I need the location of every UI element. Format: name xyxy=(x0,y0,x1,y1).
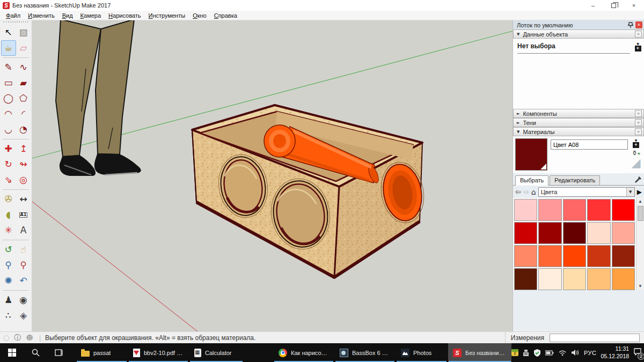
color-swatch-19[interactable] xyxy=(587,268,610,290)
color-swatch-4[interactable] xyxy=(587,199,610,221)
circle-tool[interactable]: ◯ xyxy=(1,91,16,106)
color-swatch-14[interactable] xyxy=(587,245,610,267)
select-tool[interactable]: ↖ xyxy=(1,25,16,40)
secondary-pane-icon[interactable]: ▼+ xyxy=(633,138,640,148)
warning-tray-icon[interactable]: ! xyxy=(511,349,518,356)
color-swatch-6[interactable] xyxy=(514,222,537,244)
color-swatch-1[interactable] xyxy=(514,199,537,221)
dropdown-arrow-icon[interactable]: ▼ xyxy=(626,188,634,196)
color-swatch-16[interactable] xyxy=(514,268,537,290)
axes-tool[interactable]: ✳ xyxy=(1,223,16,238)
polygon-tool[interactable]: ⬠ xyxy=(16,91,31,106)
make-component-tool[interactable]: ▧ xyxy=(16,25,31,40)
taskbar-app-sketchup[interactable]: Без названия ... xyxy=(448,343,511,362)
language-indicator[interactable]: РУС xyxy=(584,350,597,356)
toolbar-drag-handle[interactable] xyxy=(3,21,28,24)
three-point-arc-tool[interactable]: ◡ xyxy=(1,122,16,137)
toggle-details-icon[interactable]: ▼+ xyxy=(634,42,641,51)
menu-item-Нарисовать[interactable]: Нарисовать xyxy=(105,12,144,19)
zoom-extents-tool[interactable]: ✺ xyxy=(1,273,16,289)
info-icon[interactable]: ⓘ xyxy=(14,333,21,343)
follow-me-tool[interactable]: ↬ xyxy=(16,157,31,172)
zoom-window-tool[interactable]: ⚲ xyxy=(16,257,31,273)
arc-tool[interactable]: ◜ xyxy=(16,106,31,122)
color-swatch-5[interactable] xyxy=(612,199,635,221)
menu-item-Камера[interactable]: Камера xyxy=(77,12,105,19)
color-swatch-13[interactable] xyxy=(563,245,586,267)
rectangle-tool[interactable]: ▭ xyxy=(1,75,16,91)
home-icon[interactable]: ⌂ xyxy=(531,188,536,196)
active-material-swatch[interactable] xyxy=(515,138,547,171)
material-name-input[interactable] xyxy=(551,139,628,150)
offset-tool[interactable]: ◎ xyxy=(16,172,31,188)
menu-item-Файл[interactable]: Файл xyxy=(2,12,24,19)
section-plane-tool[interactable]: ◈ xyxy=(16,308,31,323)
default-material-corner-icon[interactable]: ◢ xyxy=(632,158,641,168)
tape-measure-tool[interactable]: ✇ xyxy=(1,191,16,207)
credits-icon[interactable]: ☻ xyxy=(26,334,33,342)
device-tray-icon[interactable] xyxy=(523,349,529,357)
forward-arrow-icon[interactable]: ⇨ xyxy=(523,188,529,195)
section-close-button[interactable]: × xyxy=(635,110,642,117)
position-camera-tool[interactable]: ♟ xyxy=(1,292,16,308)
close-button[interactable]: × xyxy=(624,0,644,11)
paint-bucket-tool[interactable]: ☕ xyxy=(1,40,16,56)
minimize-button[interactable]: – xyxy=(583,0,603,11)
viewport-canvas[interactable] xyxy=(32,20,513,331)
taskbar-app-chrome[interactable]: Как нарисова... xyxy=(274,343,334,362)
3d-text-tool[interactable]: A xyxy=(16,223,31,238)
color-swatch-20[interactable] xyxy=(612,268,635,290)
wifi-icon[interactable] xyxy=(558,349,567,356)
section-materials[interactable]: ▼ Материалы × xyxy=(513,127,644,136)
color-swatch-3[interactable] xyxy=(563,199,586,221)
color-swatch-8[interactable] xyxy=(563,222,586,244)
push-pull-tool[interactable]: ↥ xyxy=(16,141,31,157)
battery-icon[interactable] xyxy=(545,350,554,356)
taskbar-app-pdf[interactable]: bbv2-10.pdf - ... xyxy=(128,343,188,362)
menu-item-Окно[interactable]: Окно xyxy=(189,12,210,19)
model-viewport[interactable] xyxy=(32,20,513,331)
volume-icon[interactable] xyxy=(571,349,580,356)
defender-shield-icon[interactable] xyxy=(533,349,541,357)
scale-tool[interactable]: ⇘ xyxy=(1,172,16,188)
taskbar-app-calc[interactable]: Calculator xyxy=(189,343,243,362)
color-swatch-10[interactable] xyxy=(612,222,635,244)
measurements-input[interactable] xyxy=(550,334,640,342)
clock[interactable]: 11:31 05.12.2018 xyxy=(601,345,630,359)
menu-item-Справка[interactable]: Справка xyxy=(210,12,241,19)
tray-close-button[interactable]: × xyxy=(635,21,642,28)
start-button[interactable] xyxy=(0,343,24,362)
pie-tool[interactable]: ◔ xyxy=(16,122,31,137)
speaker-box-model[interactable] xyxy=(192,105,428,277)
color-swatch-18[interactable] xyxy=(563,268,586,290)
geolocation-icon[interactable]: ◌ xyxy=(3,334,9,342)
color-swatch-15[interactable] xyxy=(612,245,635,267)
color-swatch-9[interactable] xyxy=(587,222,610,244)
rotated-rectangle-tool[interactable]: ▰ xyxy=(16,75,31,91)
section-close-button[interactable]: × xyxy=(635,31,642,38)
details-arrow-icon[interactable]: ▶ xyxy=(637,189,642,195)
color-swatch-12[interactable] xyxy=(538,245,561,267)
line-tool[interactable]: ✎ xyxy=(1,60,16,75)
color-swatch-17[interactable] xyxy=(538,268,561,290)
search-button[interactable] xyxy=(24,343,47,362)
two-point-arc-tool[interactable]: ◠ xyxy=(1,106,16,122)
scroll-up-icon[interactable]: ▲ xyxy=(638,198,642,205)
text-tool[interactable]: A1 xyxy=(16,207,31,223)
section-shadows[interactable]: ► Тени × xyxy=(513,118,644,127)
color-swatch-2[interactable] xyxy=(538,199,561,221)
action-center-button[interactable]: 2 xyxy=(633,348,642,358)
walk-tool[interactable]: ∴ xyxy=(1,308,16,323)
orbit-tool[interactable]: ↺ xyxy=(1,242,16,257)
rotate-tool[interactable]: ↻ xyxy=(1,157,16,172)
menu-item-Вид[interactable]: Вид xyxy=(58,12,77,19)
section-close-button[interactable]: × xyxy=(635,128,642,135)
menu-item-Инструменты[interactable]: Инструменты xyxy=(145,12,189,19)
previous-view-tool[interactable]: ↶ xyxy=(16,273,31,289)
task-view-button[interactable] xyxy=(47,343,71,362)
tab-edit[interactable]: Редактировать xyxy=(550,175,600,185)
section-close-button[interactable]: × xyxy=(635,119,642,126)
section-components[interactable]: ► Компоненты × xyxy=(513,109,644,118)
pan-tool[interactable]: ☝ xyxy=(16,242,31,257)
pin-icon[interactable] xyxy=(628,22,633,28)
